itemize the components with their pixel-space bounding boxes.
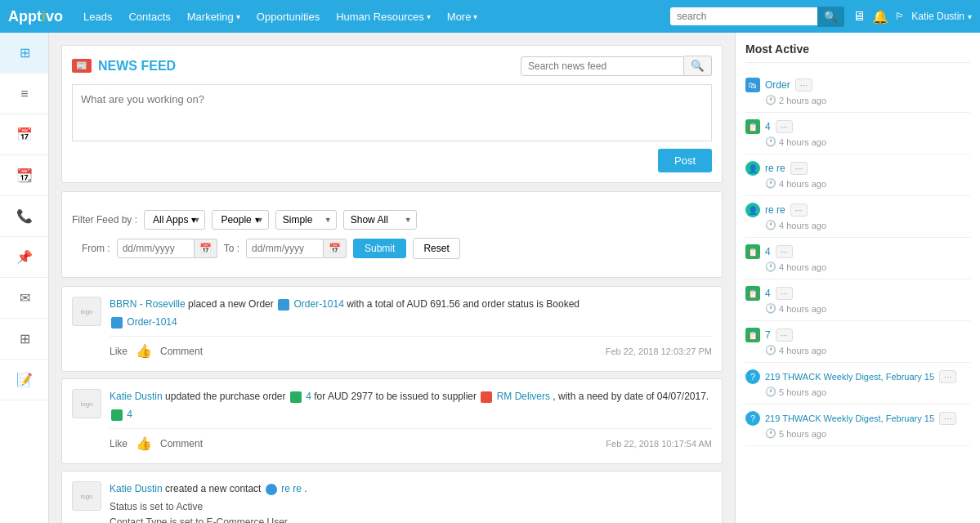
list-icon: ≡ (20, 87, 28, 101)
user-name: Katie Dustin (911, 11, 964, 22)
clock-icon-3: 🕐 (765, 178, 776, 189)
feed-order-link-1b[interactable]: Order-1014 (127, 316, 177, 328)
feed-contact-link-3[interactable]: re re (281, 483, 302, 494)
sidebar-item-note[interactable]: 📝 (0, 360, 49, 400)
avatar-logo-1: logo (80, 308, 92, 315)
news-feed-search-button[interactable]: 🔍 (684, 56, 712, 76)
active-item-7: 📋 7 ··· 🕐 4 hours ago (745, 321, 970, 363)
logo-text: Apptivo (8, 8, 63, 25)
from-date-input[interactable] (117, 239, 195, 258)
active-item-4c-more[interactable]: ··· (776, 287, 793, 300)
comment-link-2[interactable]: Comment (160, 436, 203, 451)
calendar-icon: 📅 (16, 127, 33, 142)
active-item-rere1-link[interactable]: re re (765, 163, 785, 174)
active-icon-order: 🛍 (745, 78, 760, 92)
clock-icon-6: 🕐 (765, 303, 776, 314)
post-textarea[interactable] (72, 84, 712, 141)
feed-supplier-link-2[interactable]: RM Delivers (497, 391, 550, 402)
user-menu[interactable]: Katie Dustin ▾ (911, 11, 972, 22)
active-item-thwack2-link[interactable]: 219 THWACK Weekly Digest, February 15 (765, 413, 934, 423)
feed-actor-link-1[interactable]: BBRN - Roseville (110, 298, 186, 310)
clock-icon-1: 🕐 (765, 95, 776, 105)
sidebar-item-grid2[interactable]: ⊞ (0, 319, 49, 360)
feed-actions-left-1: Like 👍 Comment (110, 342, 203, 361)
from-calendar-button[interactable]: 📅 (195, 239, 217, 258)
submit-button[interactable]: Submit (353, 239, 406, 258)
feed-content-3: Katie Dustin created a new contact re re… (110, 481, 712, 523)
sidebar-item-mail[interactable]: ✉ (0, 278, 49, 319)
simple-select[interactable]: Simple Detailed (275, 210, 337, 230)
all-apps-dropdown[interactable]: All Apps ▾ (144, 210, 205, 230)
active-item-rere1-more[interactable]: ··· (790, 162, 808, 175)
nav-more[interactable]: More ▾ (439, 0, 486, 33)
nav-search-area: 🔍 (670, 7, 844, 27)
feed-purchase-link-2b[interactable]: 4 (127, 409, 132, 420)
active-item-7-time: 🕐 4 hours ago (745, 345, 970, 355)
comment-link-1[interactable]: Comment (160, 344, 203, 359)
monitor-icon[interactable]: 🖥 (852, 9, 866, 24)
active-item-thwack1-more[interactable]: ··· (939, 370, 956, 383)
reset-button[interactable]: Reset (413, 238, 459, 259)
sidebar-item-calendar2[interactable]: 📆 (0, 155, 49, 196)
nav-human-resources[interactable]: Human Resources ▾ (328, 0, 439, 33)
active-item-9: ? 219 THWACK Weekly Digest, February 15 … (745, 405, 970, 446)
show-all-select[interactable]: Show All Show Mine (343, 210, 417, 230)
feed-order-link-1[interactable]: Order-1014 (293, 298, 343, 310)
active-item-order-more[interactable]: ··· (795, 78, 812, 92)
from-date-wrapper: 📅 (117, 239, 217, 258)
news-feed-search: 🔍 (521, 56, 712, 76)
top-navigation: Apptivo Leads Contacts Marketing ▾ Oppor… (0, 0, 980, 33)
search-input[interactable] (670, 7, 817, 25)
sidebar-item-list[interactable]: ≡ (0, 74, 49, 114)
nav-marketing[interactable]: Marketing ▾ (179, 0, 248, 33)
sidebar-item-pin[interactable]: 📌 (0, 237, 49, 278)
from-label: From : (82, 243, 110, 254)
feed-item-2-header: logo Katie Dustin updated the purchase o… (72, 389, 712, 454)
people-dropdown[interactable]: People ▾ (212, 210, 268, 230)
active-item-rere2-more[interactable]: ··· (790, 203, 808, 217)
active-item-4c-link[interactable]: 4 (765, 288, 771, 299)
news-feed-search-input[interactable] (521, 56, 684, 76)
bell-icon[interactable]: 🔔 (872, 9, 888, 25)
search-button[interactable]: 🔍 (817, 7, 844, 27)
active-icon-purchase-1: 📋 (745, 119, 760, 134)
active-item-5-time: 🕐 4 hours ago (745, 262, 970, 272)
sidebar: ⊞ ≡ 📅 📆 📞 📌 ✉ ⊞ 📝 (0, 33, 49, 523)
nav-contacts[interactable]: Contacts (120, 0, 178, 33)
post-button[interactable]: Post (658, 149, 712, 172)
feed-purchase-link-2[interactable]: 4 (306, 391, 311, 402)
feed-timestamp-1: Feb 22, 2018 12:03:27 PM (606, 345, 712, 359)
active-item-2-row: 📋 4 ··· (745, 119, 970, 134)
feed-actor-link-3[interactable]: Katie Dustin (110, 483, 163, 494)
nav-icon-group: 🖥 🔔 🏳 (852, 9, 905, 25)
active-icon-purchase-4: 📋 (745, 328, 760, 342)
to-date-input[interactable] (246, 239, 324, 258)
active-item-thwack1-link[interactable]: 219 THWACK Weekly Digest, February 15 (765, 372, 934, 382)
purchase-icon-2 (290, 391, 302, 403)
sidebar-item-calendar[interactable]: 📅 (0, 114, 49, 155)
active-icon-purchase-3: 📋 (745, 286, 760, 301)
to-calendar-button[interactable]: 📅 (324, 239, 347, 258)
active-item-order-link[interactable]: Order (765, 79, 790, 91)
marketing-caret: ▾ (236, 12, 240, 21)
feed-actor-link-2[interactable]: Katie Dustin (110, 391, 163, 402)
active-item-4b-more[interactable]: ··· (776, 245, 793, 258)
nav-opportunities[interactable]: Opportunities (248, 0, 328, 33)
sidebar-item-grid[interactable]: ⊞ (0, 33, 49, 74)
active-item-7-link[interactable]: 7 (765, 329, 771, 341)
active-item-thwack2-more[interactable]: ··· (939, 412, 956, 425)
to-date-wrapper: 📅 (246, 239, 347, 258)
like-link-1[interactable]: Like (110, 344, 128, 359)
active-item-8: ? 219 THWACK Weekly Digest, February 15 … (745, 363, 970, 405)
app-logo[interactable]: Apptivo (8, 8, 63, 25)
nav-leads[interactable]: Leads (75, 0, 120, 33)
active-item-6-row: 📋 4 ··· (745, 286, 970, 301)
active-item-rere2-link[interactable]: re re (765, 204, 785, 216)
active-item-7-more[interactable]: ··· (776, 329, 793, 342)
active-item-4b-link[interactable]: 4 (765, 246, 771, 257)
active-item-1-time: 🕐 2 hours ago (745, 95, 970, 105)
like-link-2[interactable]: Like (110, 436, 128, 451)
sidebar-item-phone[interactable]: 📞 (0, 196, 49, 237)
active-item-4-link[interactable]: 4 (765, 121, 771, 132)
active-item-4-more[interactable]: ··· (776, 120, 793, 133)
